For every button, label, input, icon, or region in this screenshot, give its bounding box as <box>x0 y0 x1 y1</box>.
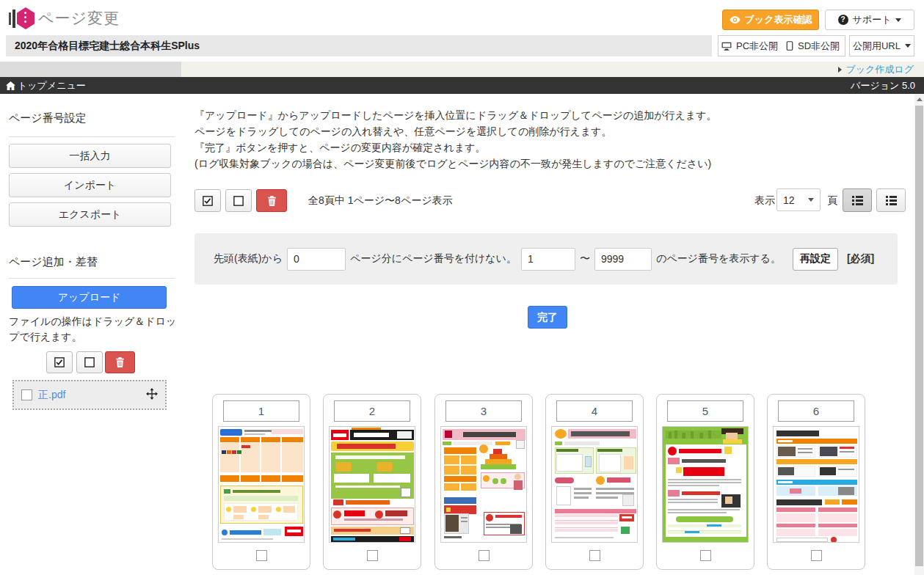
chevron-down-icon <box>808 198 814 202</box>
list-view-button[interactable] <box>876 188 906 212</box>
bulk-input-button[interactable]: 一括入力 <box>9 144 171 168</box>
range-end-input[interactable] <box>594 248 652 271</box>
skip-count-input[interactable] <box>287 248 346 271</box>
version-label: バージョン 5.0 <box>851 79 915 92</box>
sidebar-top-strip <box>0 62 181 77</box>
unchecked-checkbox-icon <box>233 196 244 206</box>
page-number-settings-panel: 先頭(表紙)から ページ分にページ番号を付けない。 〜 のページ番号を表示する。… <box>194 233 898 285</box>
eye-icon <box>730 15 741 24</box>
home-icon <box>6 81 15 90</box>
page-unit-label: 頁 <box>827 194 837 208</box>
instruction-line: ページをドラッグしてのページの入れ替えや、任意ページを選択しての削除が行えます。 <box>194 123 899 139</box>
chevron-down-icon <box>905 44 911 48</box>
page-number-box: 1 <box>223 400 299 422</box>
reset-button[interactable]: 再設定 <box>793 248 838 271</box>
app-logo-icon <box>9 6 35 29</box>
page-thumbnail-image-1[interactable] <box>218 426 305 543</box>
page-checkbox[interactable] <box>367 550 378 561</box>
page-checkbox[interactable] <box>479 550 490 561</box>
unchecked-checkbox-icon <box>84 357 95 367</box>
pc-private-button[interactable]: PC非公開 <box>718 35 782 56</box>
trash-icon <box>115 357 125 367</box>
question-icon: ? <box>838 15 848 25</box>
deselect-all-pages-button[interactable] <box>225 189 252 212</box>
select-all-files-button[interactable] <box>46 351 73 373</box>
page-checkbox[interactable] <box>256 550 267 561</box>
import-button[interactable]: インポート <box>9 173 171 197</box>
instruction-line: 『アップロード』からアップロードしたページを挿入位置にドラッグ＆ドロップしてペー… <box>194 107 899 123</box>
page-card[interactable]: 3 <box>434 394 533 570</box>
checked-checkbox-icon <box>203 196 213 206</box>
delete-files-button[interactable] <box>105 351 135 373</box>
section-title-page-number: ページ番号設定 <box>9 111 87 125</box>
export-button[interactable]: エクスポート <box>9 202 171 227</box>
deselect-all-files-button[interactable] <box>76 351 103 373</box>
page-card[interactable]: 6 <box>767 394 865 570</box>
page-thumbnail-image-3[interactable] <box>440 426 527 543</box>
page-number-box: 4 <box>556 400 633 422</box>
file-list-item[interactable]: 正.pdf <box>12 380 167 410</box>
page-thumbnail-image-2[interactable] <box>329 426 415 543</box>
scrollbar-thumb[interactable] <box>915 106 923 566</box>
skip-suffix-label: ページ分にページ番号を付けない。 <box>350 252 517 265</box>
complete-button[interactable]: 完了 <box>528 306 567 329</box>
page-thumbnail-image-5[interactable] <box>662 426 749 543</box>
delete-pages-button[interactable] <box>256 189 287 212</box>
drag-handle-icon[interactable] <box>146 388 158 403</box>
page-number-box: 2 <box>334 400 410 422</box>
book-log-link[interactable]: ブック作成ログ <box>845 63 914 76</box>
upload-button[interactable]: アップロード <box>12 286 167 309</box>
trash-icon <box>267 196 277 206</box>
nav-bar: トップメニュー バージョン 5.0 <box>0 77 924 94</box>
page-card[interactable]: 5 <box>656 394 754 570</box>
smartphone-icon <box>786 41 793 51</box>
display-label: 表示 <box>754 194 775 208</box>
instruction-line: (ログ収集対象ブックの場合は、ページ変更前後でログとページ内容の不一致が発生しま… <box>194 155 899 172</box>
page-card[interactable]: 1 <box>212 394 310 570</box>
instruction-line: 『完了』ボタンを押すと、ページの変更内容が確定されます。 <box>194 139 899 155</box>
required-label: [必須] <box>847 252 874 265</box>
per-page-select[interactable]: 12 <box>776 188 821 211</box>
page-number-box: 6 <box>778 400 854 422</box>
page-thumbnail-image-4[interactable] <box>551 426 638 543</box>
file-checkbox[interactable] <box>21 389 32 400</box>
app-header: ページ変更 ブック表示確認 ? サポート <box>0 0 924 35</box>
range-separator: 〜 <box>580 252 590 265</box>
grid-view-button[interactable] <box>843 188 872 212</box>
support-button[interactable]: ? サポート <box>825 10 914 30</box>
page-card[interactable]: 4 <box>545 394 644 570</box>
prefix-label: 先頭(表紙)から <box>214 252 283 265</box>
range-suffix-label: のページ番号を表示する。 <box>656 252 781 265</box>
range-start-input[interactable] <box>521 248 575 271</box>
page-title: ページ変更 <box>38 8 120 29</box>
instructions: 『アップロード』からアップロードしたページを挿入位置にドラッグ＆ドロップしてペー… <box>194 107 899 172</box>
divider <box>9 136 175 137</box>
page-number-box: 3 <box>445 400 522 422</box>
divider <box>9 278 175 279</box>
drag-drop-note: ファイルの操作はドラッグ＆ドロップで行えます。 <box>9 314 178 345</box>
triangle-right-icon <box>838 67 842 73</box>
book-title-bar: 2020年合格目標宅建士総合本科生SPlus <box>6 35 712 56</box>
top-menu-link[interactable]: トップメニュー <box>6 79 86 92</box>
page-checkbox[interactable] <box>700 550 711 561</box>
list-view-icon <box>851 195 864 206</box>
book-preview-button[interactable]: ブック表示確認 <box>722 10 819 30</box>
scrollbar-up-arrow[interactable] <box>914 94 924 104</box>
page-checkbox[interactable] <box>811 550 822 561</box>
page-thumbnail-image-6[interactable] <box>773 426 859 543</box>
public-url-button[interactable]: 公開用URL <box>849 35 914 56</box>
checked-checkbox-icon <box>54 357 65 367</box>
select-all-pages-button[interactable] <box>194 189 221 212</box>
content-top-strip: ブック作成ログ <box>181 62 924 77</box>
book-title: 2020年合格目標宅建士総合本科生SPlus <box>15 40 200 53</box>
sd-private-button[interactable]: SD非公開 <box>781 35 845 56</box>
page-card[interactable]: 2 <box>323 394 421 570</box>
file-name-link[interactable]: 正.pdf <box>38 389 65 402</box>
chevron-down-icon <box>895 18 901 22</box>
page-number-box: 5 <box>667 400 743 422</box>
page-count-text: 全8頁中 1ページ〜8ページ表示 <box>308 194 453 208</box>
monitor-icon <box>721 42 732 51</box>
list-view-icon <box>885 195 898 206</box>
page-checkbox[interactable] <box>589 550 600 561</box>
section-title-page-add: ページ追加・差替 <box>9 255 98 269</box>
